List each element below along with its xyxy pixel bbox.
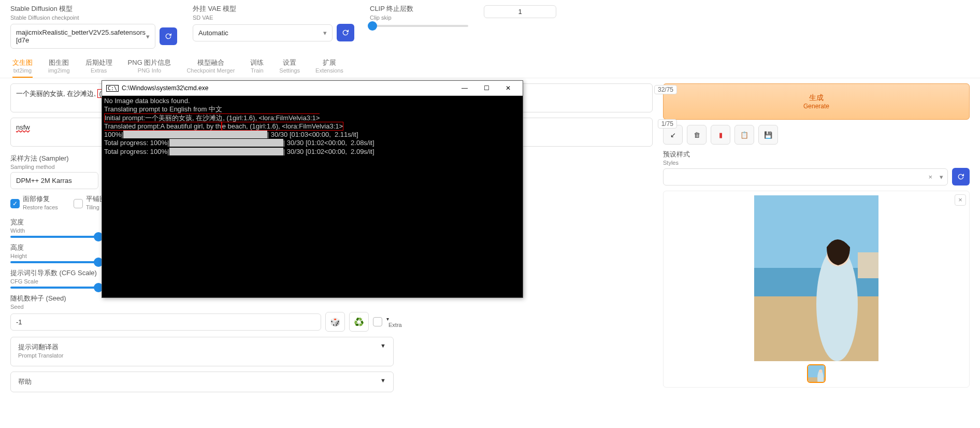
svg-rect-2 [754, 296, 878, 361]
extra-checkbox[interactable] [373, 317, 382, 326]
vae-select[interactable]: Automatic ▾ [193, 24, 333, 41]
vae-label-en: SD VAE [193, 15, 354, 21]
chevron-down-icon: ▾ [146, 33, 150, 40]
tab-extensions[interactable]: 扩展Extensions [315, 55, 343, 78]
maximize-button[interactable]: ☐ [476, 82, 497, 94]
refresh-icon [341, 28, 350, 37]
seed-input[interactable]: -1 [10, 313, 321, 331]
trash-icon: 🗑 [694, 131, 700, 139]
card-icon: ▮ [719, 131, 723, 139]
cmd-icon: C:\ [106, 85, 119, 92]
vae-value: Automatic [198, 29, 228, 37]
clip-skip-value[interactable]: 1 [484, 5, 556, 18]
tab-extras[interactable]: 后期处理Extras [85, 55, 112, 78]
dice-icon: 🎲 [330, 317, 340, 327]
prompt-prefix: 一个美丽的女孩, 在沙滩边, [16, 90, 96, 97]
svg-rect-3 [858, 252, 878, 278]
sd-checkpoint-value: majicmixRealistic_betterV2V25.safetensor… [16, 28, 146, 44]
tab-png-info[interactable]: PNG 图片信息PNG Info [128, 55, 171, 78]
triangle-down-icon: ▼ [380, 343, 386, 361]
width-slider[interactable] [10, 236, 98, 238]
dice-button[interactable]: 🎲 [325, 312, 345, 332]
extra-label: Extra [388, 322, 402, 328]
clip-label-cn: CLIP 终止层数 [370, 4, 468, 13]
refresh-vae-button[interactable] [337, 24, 354, 41]
negative-prompt-text: nsfw [16, 123, 30, 131]
restore-faces-label-en: Restore faces [23, 204, 58, 210]
generate-button[interactable]: 生成 Generate [663, 83, 970, 120]
cmd-titlebar[interactable]: C:\ C:\Windows\system32\cmd.exe — ☐ ✕ [102, 81, 523, 96]
tab-checkpoint-merger[interactable]: 模型融合Checkpoint Merger [186, 55, 235, 78]
trash-button[interactable]: 🗑 [687, 125, 707, 145]
svg-point-9 [819, 369, 823, 373]
chevron-down-icon: ▾ [323, 29, 327, 37]
sd-checkpoint-group: Stable Diffusion 模型 Stable Diffusion che… [10, 4, 177, 49]
tab-txt2img[interactable]: 文生图txt2img [12, 55, 33, 78]
cfg-slider[interactable] [10, 287, 98, 289]
cmd-title-text: C:\Windows\system32\cmd.exe [122, 84, 208, 92]
cmd-output: No Image data blocks found. Translating … [102, 96, 523, 157]
refresh-icon [164, 32, 172, 40]
vae-group: 外挂 VAE 模型 SD VAE Automatic ▾ [193, 4, 354, 41]
prompt-translator-label-en: Prompt Translator [18, 352, 63, 359]
styles-button[interactable]: ▮ [711, 125, 730, 145]
prompt-translator-label-cn: 提示词翻译器 [18, 343, 63, 352]
tab-train[interactable]: 训练Train [250, 55, 264, 78]
height-slider[interactable] [10, 261, 98, 263]
clipboard-icon: 📋 [740, 131, 748, 139]
output-gallery: × [663, 191, 970, 388]
styles-select[interactable]: × ▾ [663, 168, 948, 186]
styles-label-en: Styles [663, 160, 970, 166]
vae-label-cn: 外挂 VAE 模型 [193, 4, 354, 13]
restore-faces-checkbox[interactable] [10, 199, 20, 208]
generate-label-cn: 生成 [673, 93, 960, 103]
sd-checkpoint-label-cn: Stable Diffusion 模型 [10, 4, 177, 13]
close-output-button[interactable]: × [955, 194, 966, 206]
save-button[interactable]: 💾 [758, 125, 778, 145]
clear-icon[interactable]: × [928, 173, 932, 181]
main-tabs: 文生图txt2img图生图img2img后期处理ExtrasPNG 图片信息PN… [0, 55, 980, 78]
help-accordion[interactable]: 帮助 ▼ [10, 372, 394, 392]
arrow-icon: ↙ [670, 131, 676, 139]
negative-token-count: 1/75 [658, 119, 677, 129]
sd-checkpoint-label-en: Stable Diffusion checkpoint [10, 15, 177, 21]
triangle-down-icon: ▼ [380, 377, 386, 387]
tab-settings[interactable]: 设置Settings [279, 55, 300, 78]
sd-checkpoint-select[interactable]: majicmixRealistic_betterV2V25.safetensor… [10, 24, 155, 49]
restore-faces-label-cn: 面部修复 [23, 194, 58, 204]
minimize-button[interactable]: — [454, 82, 475, 94]
refresh-styles-button[interactable] [952, 168, 970, 186]
styles-label-cn: 预设样式 [663, 150, 970, 159]
prompt-translator-accordion[interactable]: 提示词翻译器 Prompt Translator ▼ [10, 337, 394, 366]
prompt-token-count: 32/75 [654, 85, 677, 94]
seed-label-en: Seed [10, 304, 653, 310]
recycle-button[interactable]: ♻️ [349, 312, 369, 332]
clip-label-en: Clip skip [370, 15, 468, 21]
close-button[interactable]: ✕ [498, 82, 518, 94]
cmd-window: C:\ C:\Windows\system32\cmd.exe — ☐ ✕ No… [102, 80, 523, 298]
save-icon: 💾 [764, 131, 772, 139]
sampler-select[interactable]: DPM++ 2M Karras [10, 172, 98, 189]
refresh-checkpoint-button[interactable] [160, 27, 177, 45]
output-image[interactable] [754, 195, 878, 361]
chevron-down-icon: ▾ [940, 173, 943, 181]
clipboard-button[interactable]: 📋 [734, 125, 754, 145]
help-label: 帮助 [18, 377, 32, 387]
recycle-icon: ♻️ [354, 317, 364, 327]
refresh-icon [957, 173, 965, 181]
clip-skip-slider[interactable] [370, 25, 468, 27]
generate-label-en: Generate [673, 103, 960, 110]
tab-img2img[interactable]: 图生图img2img [48, 55, 70, 78]
output-thumbnail[interactable] [807, 364, 826, 383]
clip-skip-group: CLIP 终止层数 Clip skip [370, 4, 468, 27]
sampler-value: DPM++ 2M Karras [16, 177, 72, 184]
tiling-checkbox[interactable] [74, 199, 83, 208]
extra-caret: ▾ [386, 316, 402, 322]
